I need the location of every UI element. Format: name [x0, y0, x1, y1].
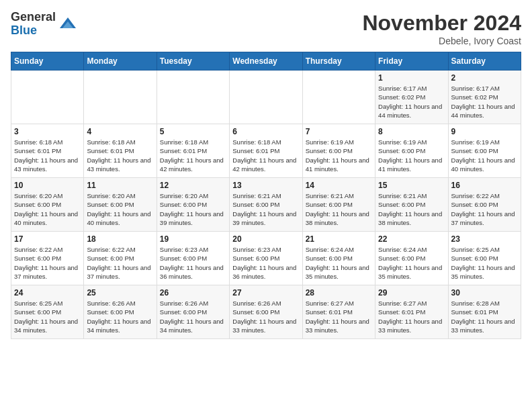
calendar-header: SundayMondayTuesdayWednesdayThursdayFrid…: [11, 52, 521, 71]
day-info: Sunrise: 6:21 AM Sunset: 6:00 PM Dayligh…: [232, 191, 299, 227]
calendar-cell: 14Sunrise: 6:21 AM Sunset: 6:00 PM Dayli…: [302, 178, 375, 232]
day-info: Sunrise: 6:20 AM Sunset: 6:00 PM Dayligh…: [14, 191, 81, 227]
logo-blue-text: Blue: [11, 24, 56, 38]
day-number: 6: [232, 127, 299, 136]
day-number: 29: [378, 288, 445, 298]
day-number: 24: [14, 288, 81, 298]
day-info: Sunrise: 6:20 AM Sunset: 6:00 PM Dayligh…: [160, 191, 226, 227]
day-info: Sunrise: 6:27 AM Sunset: 6:01 PM Dayligh…: [306, 299, 372, 334]
calendar-cell: 7Sunrise: 6:19 AM Sunset: 6:00 PM Daylig…: [302, 124, 375, 178]
calendar-cell: 27Sunrise: 6:26 AM Sunset: 6:00 PM Dayli…: [230, 285, 302, 339]
header-day-tuesday: Tuesday: [157, 52, 229, 71]
calendar-cell: 28Sunrise: 6:27 AM Sunset: 6:01 PM Dayli…: [302, 285, 375, 339]
day-info: Sunrise: 6:26 AM Sunset: 6:00 PM Dayligh…: [160, 299, 226, 334]
day-number: 14: [306, 181, 372, 190]
calendar-cell: 13Sunrise: 6:21 AM Sunset: 6:00 PM Dayli…: [230, 178, 302, 232]
calendar-cell: 19Sunrise: 6:23 AM Sunset: 6:00 PM Dayli…: [157, 232, 229, 285]
day-info: Sunrise: 6:19 AM Sunset: 6:00 PM Dayligh…: [451, 138, 518, 173]
title-area: November 2024 Debele, Ivory Coast: [362, 11, 521, 46]
day-number: 13: [232, 181, 299, 190]
calendar-cell: 25Sunrise: 6:26 AM Sunset: 6:00 PM Dayli…: [84, 285, 157, 339]
calendar-cell: 11Sunrise: 6:20 AM Sunset: 6:00 PM Dayli…: [84, 178, 157, 232]
day-number: 1: [378, 73, 445, 83]
week-row-1: 1Sunrise: 6:17 AM Sunset: 6:02 PM Daylig…: [11, 71, 521, 124]
header-day-saturday: Saturday: [448, 52, 521, 71]
day-number: 4: [87, 127, 153, 136]
day-info: Sunrise: 6:19 AM Sunset: 6:00 PM Dayligh…: [378, 138, 445, 173]
calendar-cell: 30Sunrise: 6:28 AM Sunset: 6:01 PM Dayli…: [448, 285, 521, 339]
day-info: Sunrise: 6:17 AM Sunset: 6:02 PM Dayligh…: [451, 84, 518, 120]
calendar-cell: 6Sunrise: 6:18 AM Sunset: 6:01 PM Daylig…: [230, 124, 302, 178]
logo-general-text: General: [11, 11, 56, 24]
day-number: 3: [14, 127, 81, 136]
calendar-cell: [302, 71, 375, 124]
header-day-friday: Friday: [375, 52, 448, 71]
day-info: Sunrise: 6:22 AM Sunset: 6:00 PM Dayligh…: [451, 191, 518, 227]
day-info: Sunrise: 6:21 AM Sunset: 6:00 PM Dayligh…: [306, 191, 372, 227]
location: Debele, Ivory Coast: [362, 36, 521, 46]
day-number: 21: [306, 234, 372, 244]
day-number: 30: [451, 288, 518, 298]
day-info: Sunrise: 6:19 AM Sunset: 6:00 PM Dayligh…: [306, 138, 372, 173]
day-info: Sunrise: 6:25 AM Sunset: 6:00 PM Dayligh…: [451, 245, 518, 281]
week-row-2: 3Sunrise: 6:18 AM Sunset: 6:01 PM Daylig…: [11, 124, 521, 178]
header-day-wednesday: Wednesday: [230, 52, 302, 71]
calendar-cell: 1Sunrise: 6:17 AM Sunset: 6:02 PM Daylig…: [375, 71, 448, 124]
day-info: Sunrise: 6:23 AM Sunset: 6:00 PM Dayligh…: [160, 245, 226, 281]
calendar-cell: 21Sunrise: 6:24 AM Sunset: 6:00 PM Dayli…: [302, 232, 375, 285]
day-info: Sunrise: 6:18 AM Sunset: 6:01 PM Dayligh…: [14, 138, 81, 173]
calendar-cell: [157, 71, 229, 124]
calendar-cell: 23Sunrise: 6:25 AM Sunset: 6:00 PM Dayli…: [448, 232, 521, 285]
day-info: Sunrise: 6:26 AM Sunset: 6:00 PM Dayligh…: [232, 299, 299, 334]
day-info: Sunrise: 6:18 AM Sunset: 6:01 PM Dayligh…: [87, 138, 153, 173]
week-row-5: 24Sunrise: 6:25 AM Sunset: 6:00 PM Dayli…: [11, 285, 521, 339]
week-row-3: 10Sunrise: 6:20 AM Sunset: 6:00 PM Dayli…: [11, 178, 521, 232]
day-number: 18: [87, 234, 153, 244]
day-info: Sunrise: 6:22 AM Sunset: 6:00 PM Dayligh…: [14, 245, 81, 281]
day-info: Sunrise: 6:25 AM Sunset: 6:00 PM Dayligh…: [14, 299, 81, 334]
calendar-cell: 29Sunrise: 6:27 AM Sunset: 6:01 PM Dayli…: [375, 285, 448, 339]
calendar-cell: 24Sunrise: 6:25 AM Sunset: 6:00 PM Dayli…: [11, 285, 84, 339]
day-number: 23: [451, 234, 518, 244]
calendar-body: 1Sunrise: 6:17 AM Sunset: 6:02 PM Daylig…: [11, 71, 521, 339]
month-title: November 2024: [362, 11, 521, 36]
calendar-cell: [84, 71, 157, 124]
day-number: 19: [160, 234, 226, 244]
day-info: Sunrise: 6:22 AM Sunset: 6:00 PM Dayligh…: [87, 245, 153, 281]
day-info: Sunrise: 6:17 AM Sunset: 6:02 PM Dayligh…: [378, 84, 445, 120]
day-number: 7: [306, 127, 372, 136]
day-number: 26: [160, 288, 226, 298]
day-number: 27: [232, 288, 299, 298]
header-day-sunday: Sunday: [11, 52, 84, 71]
calendar-cell: 18Sunrise: 6:22 AM Sunset: 6:00 PM Dayli…: [84, 232, 157, 285]
calendar-cell: 2Sunrise: 6:17 AM Sunset: 6:02 PM Daylig…: [448, 71, 521, 124]
calendar-cell: 4Sunrise: 6:18 AM Sunset: 6:01 PM Daylig…: [84, 124, 157, 178]
calendar-cell: 15Sunrise: 6:21 AM Sunset: 6:00 PM Dayli…: [375, 178, 448, 232]
header-day-thursday: Thursday: [302, 52, 375, 71]
day-number: 10: [14, 181, 81, 190]
day-info: Sunrise: 6:23 AM Sunset: 6:00 PM Dayligh…: [232, 245, 299, 281]
calendar-cell: 8Sunrise: 6:19 AM Sunset: 6:00 PM Daylig…: [375, 124, 448, 178]
calendar-cell: 16Sunrise: 6:22 AM Sunset: 6:00 PM Dayli…: [448, 178, 521, 232]
header-row: SundayMondayTuesdayWednesdayThursdayFrid…: [11, 52, 521, 71]
day-number: 28: [306, 288, 372, 298]
day-number: 15: [378, 181, 445, 190]
calendar-cell: 26Sunrise: 6:26 AM Sunset: 6:00 PM Dayli…: [157, 285, 229, 339]
day-info: Sunrise: 6:24 AM Sunset: 6:00 PM Dayligh…: [378, 245, 445, 281]
calendar-cell: 9Sunrise: 6:19 AM Sunset: 6:00 PM Daylig…: [448, 124, 521, 178]
day-number: 20: [232, 234, 299, 244]
calendar-cell: 3Sunrise: 6:18 AM Sunset: 6:01 PM Daylig…: [11, 124, 84, 178]
calendar-cell: [11, 71, 84, 124]
calendar-cell: 10Sunrise: 6:20 AM Sunset: 6:00 PM Dayli…: [11, 178, 84, 232]
calendar-cell: 20Sunrise: 6:23 AM Sunset: 6:00 PM Dayli…: [230, 232, 302, 285]
day-number: 16: [451, 181, 518, 190]
calendar-cell: 5Sunrise: 6:18 AM Sunset: 6:01 PM Daylig…: [157, 124, 229, 178]
day-number: 2: [451, 73, 518, 83]
day-info: Sunrise: 6:26 AM Sunset: 6:00 PM Dayligh…: [87, 299, 153, 334]
calendar-table: SundayMondayTuesdayWednesdayThursdayFrid…: [11, 52, 521, 339]
day-info: Sunrise: 6:18 AM Sunset: 6:01 PM Dayligh…: [160, 138, 226, 173]
day-number: 12: [160, 181, 226, 190]
day-number: 11: [87, 181, 153, 190]
day-info: Sunrise: 6:21 AM Sunset: 6:00 PM Dayligh…: [378, 191, 445, 227]
day-info: Sunrise: 6:28 AM Sunset: 6:01 PM Dayligh…: [451, 299, 518, 334]
